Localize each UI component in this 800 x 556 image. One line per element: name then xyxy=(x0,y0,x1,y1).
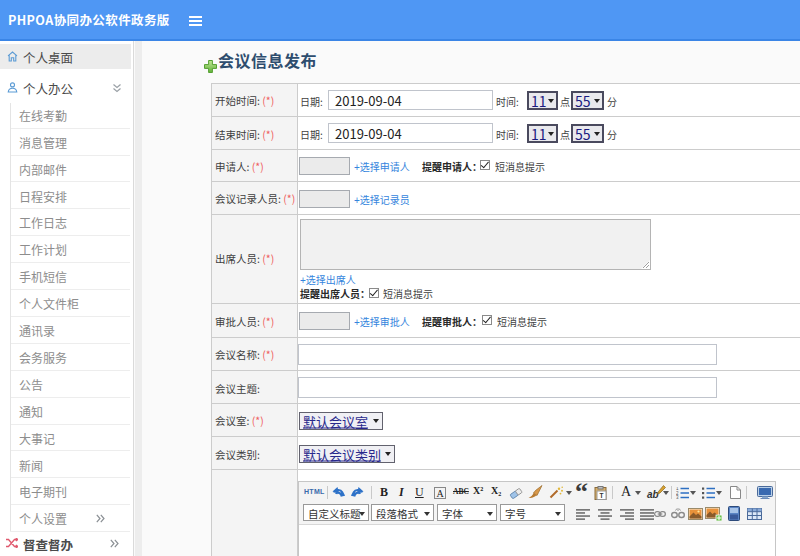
svg-text:3: 3 xyxy=(676,495,679,499)
svg-text:T: T xyxy=(600,490,604,500)
